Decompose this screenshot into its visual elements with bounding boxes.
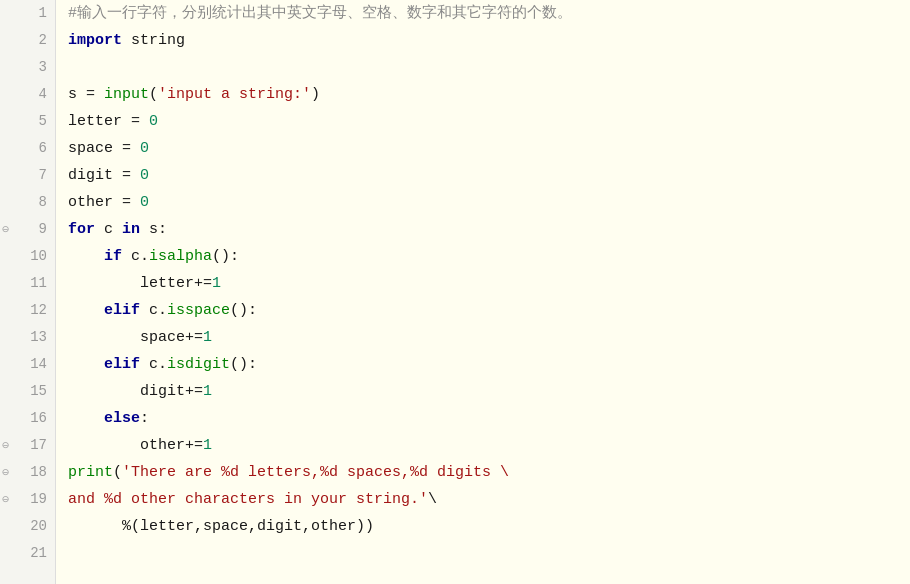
token-plain: (): — [230, 302, 257, 319]
token-plain: s = — [68, 86, 104, 103]
code-line-11: letter+=1 — [68, 270, 910, 297]
token-plain: other+= — [68, 437, 203, 454]
token-keyword: for — [68, 221, 95, 238]
token-number: 0 — [140, 167, 149, 184]
line-number-15: 15 — [0, 378, 47, 405]
token-number: 1 — [203, 383, 212, 400]
code-line-13: space+=1 — [68, 324, 910, 351]
token-plain: digit = — [68, 167, 140, 184]
code-line-15: digit+=1 — [68, 378, 910, 405]
line-number-13: 13 — [0, 324, 47, 351]
fold-icon-18[interactable]: ⊖ — [2, 459, 9, 486]
code-line-4: s = input('input a string:') — [68, 81, 910, 108]
token-plain: other = — [68, 194, 140, 211]
token-number: 1 — [203, 329, 212, 346]
token-keyword: if — [104, 248, 122, 265]
token-plain: (): — [230, 356, 257, 373]
line-number-9: ⊖9 — [0, 216, 47, 243]
code-line-21 — [68, 540, 910, 567]
line-number-20: 20 — [0, 513, 47, 540]
token-plain: : — [140, 410, 149, 427]
token-plain: c. — [122, 248, 149, 265]
code-line-17: other+=1 — [68, 432, 910, 459]
line-number-18: ⊖18 — [0, 459, 47, 486]
token-number: 1 — [203, 437, 212, 454]
line-number-5: 5 — [0, 108, 47, 135]
token-string: and %d other characters in your string.' — [68, 491, 428, 508]
token-plain — [68, 302, 104, 319]
code-line-20: %(letter,space,digit,other)) — [68, 513, 910, 540]
token-keyword: elif — [104, 356, 140, 373]
token-plain: space = — [68, 140, 140, 157]
code-line-1: #输入一行字符，分别统计出其中英文字母、空格、数字和其它字符的个数。 — [68, 0, 910, 27]
code-area[interactable]: #输入一行字符，分别统计出其中英文字母、空格、数字和其它字符的个数。import… — [56, 0, 910, 584]
line-number-6: 6 — [0, 135, 47, 162]
token-plain — [68, 248, 104, 265]
code-line-12: elif c.isspace(): — [68, 297, 910, 324]
token-comment: #输入一行字符，分别统计出其中英文字母、空格、数字和其它字符的个数。 — [68, 5, 572, 22]
token-number: 0 — [140, 140, 149, 157]
code-editor: 12345678⊖910111213141516⊖17⊖18⊖192021 #输… — [0, 0, 910, 584]
token-plain: c. — [140, 302, 167, 319]
token-keyword: in — [122, 221, 140, 238]
token-plain: ( — [113, 464, 122, 481]
token-plain: s: — [140, 221, 167, 238]
line-number-19: ⊖19 — [0, 486, 47, 513]
line-number-10: 10 — [0, 243, 47, 270]
token-plain: digit+= — [68, 383, 203, 400]
fold-icon-17[interactable]: ⊖ — [2, 432, 9, 459]
token-plain: \ — [428, 491, 437, 508]
code-line-2: import string — [68, 27, 910, 54]
token-plain: letter+= — [68, 275, 212, 292]
token-plain: c. — [140, 356, 167, 373]
code-line-6: space = 0 — [68, 135, 910, 162]
code-line-19: and %d other characters in your string.'… — [68, 486, 910, 513]
line-number-21: 21 — [0, 540, 47, 567]
token-keyword: elif — [104, 302, 140, 319]
line-number-11: 11 — [0, 270, 47, 297]
line-number-16: 16 — [0, 405, 47, 432]
code-line-5: letter = 0 — [68, 108, 910, 135]
token-plain: letter = — [68, 113, 149, 130]
code-line-9: for c in s: — [68, 216, 910, 243]
token-plain: ) — [311, 86, 320, 103]
token-plain: (): — [212, 248, 239, 265]
line-number-8: 8 — [0, 189, 47, 216]
line-number-3: 3 — [0, 54, 47, 81]
token-plain: %(letter,space,digit,other)) — [68, 518, 374, 535]
code-line-14: elif c.isdigit(): — [68, 351, 910, 378]
line-number-2: 2 — [0, 27, 47, 54]
token-keyword: else — [104, 410, 140, 427]
fold-icon-19[interactable]: ⊖ — [2, 486, 9, 513]
line-number-4: 4 — [0, 81, 47, 108]
line-number-17: ⊖17 — [0, 432, 47, 459]
line-number-12: 12 — [0, 297, 47, 324]
token-number: 0 — [140, 194, 149, 211]
token-number: 1 — [212, 275, 221, 292]
line-number-14: 14 — [0, 351, 47, 378]
token-string: 'There are %d letters,%d spaces,%d digit… — [122, 464, 509, 481]
token-plain — [68, 356, 104, 373]
code-line-10: if c.isalpha(): — [68, 243, 910, 270]
token-builtin: isspace — [167, 302, 230, 319]
code-line-3 — [68, 54, 910, 81]
line-number-1: 1 — [0, 0, 47, 27]
token-plain: c — [95, 221, 122, 238]
token-plain: string — [122, 32, 185, 49]
token-builtin: isdigit — [167, 356, 230, 373]
code-line-16: else: — [68, 405, 910, 432]
token-keyword: import — [68, 32, 122, 49]
code-line-8: other = 0 — [68, 189, 910, 216]
token-string: 'input a string:' — [158, 86, 311, 103]
fold-icon-9[interactable]: ⊖ — [2, 216, 9, 243]
token-number: 0 — [149, 113, 158, 130]
code-line-7: digit = 0 — [68, 162, 910, 189]
token-plain: ( — [149, 86, 158, 103]
line-numbers: 12345678⊖910111213141516⊖17⊖18⊖192021 — [0, 0, 56, 584]
token-builtin: input — [104, 86, 149, 103]
token-builtin: print — [68, 464, 113, 481]
token-plain: space+= — [68, 329, 203, 346]
token-builtin: isalpha — [149, 248, 212, 265]
line-number-7: 7 — [0, 162, 47, 189]
token-plain — [68, 410, 104, 427]
